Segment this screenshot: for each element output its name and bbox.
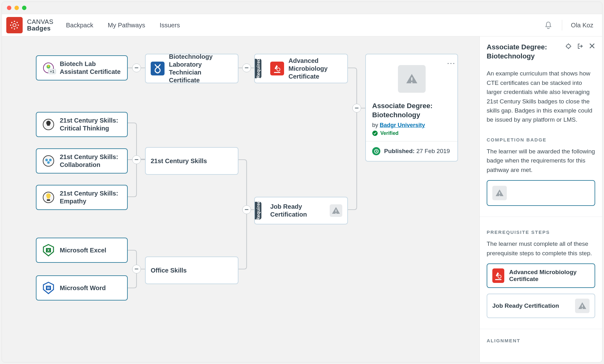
microscope-icon [492, 268, 504, 283]
close-icon [589, 43, 595, 49]
svg-rect-19 [47, 199, 50, 201]
svg-point-10 [48, 65, 49, 67]
verified-label: Verified [380, 130, 399, 136]
verified-badge: Verified [372, 130, 451, 136]
published-date: 27 Feb 2019 [416, 148, 450, 154]
completion-badge-heading: COMPLETION BADGE [487, 137, 595, 142]
node-21st-century-skills[interactable]: 21st Century Skills [145, 147, 238, 175]
notifications-button[interactable] [544, 20, 553, 30]
target-icon [565, 43, 572, 50]
required-tag: Required [255, 59, 261, 78]
badge-icon [42, 190, 55, 204]
vertical-divider [562, 20, 562, 30]
node-microsoft-excel[interactable]: X Microsoft Excel [36, 238, 128, 263]
svg-point-4 [18, 25, 19, 26]
node-label: Microsoft Word [60, 284, 106, 292]
svg-point-28 [498, 275, 501, 278]
node-biotech-technician[interactable]: Biotechnology Laboratory Technician Cert… [145, 54, 238, 83]
node-label: Office Skills [151, 267, 187, 274]
svg-point-14 [43, 156, 54, 166]
warning-icon [575, 299, 590, 313]
node-advanced-microbiology[interactable]: Required Advanced Microbiology Certifica… [254, 54, 348, 83]
svg-text:X: X [47, 248, 50, 252]
main-nav: Backpack My Pathways Issuers [66, 22, 180, 29]
prerequisite-text: The learner must complete all of these p… [487, 239, 595, 258]
published-label: Published: [384, 148, 415, 154]
pathway-issuer-link[interactable]: Badgr University [380, 122, 425, 128]
nav-my-pathways[interactable]: My Pathways [108, 22, 145, 29]
node-label: 21st Century Skills: Critical Thinking [60, 117, 122, 132]
maximize-window-dot[interactable] [22, 6, 26, 10]
pathway-summary-card[interactable]: ⋮ Associate Degree: Biotechnology by Bad… [365, 54, 458, 162]
svg-point-1 [14, 21, 15, 22]
extra-badge-count: +1 [48, 69, 56, 74]
nav-issuers[interactable]: Issuers [159, 22, 180, 29]
collapse-toggle[interactable]: − [132, 265, 141, 273]
brand-line1: CANVAS [27, 19, 53, 25]
pathway-canvas[interactable]: − − − − − − +1 Biotech Lab Assistant Cer… [2, 36, 479, 362]
prerequisite-heading: PREREQUISITE STEPS [487, 229, 595, 235]
panel-description: An example curriculum that shows how CTE… [487, 69, 595, 124]
node-critical-thinking[interactable]: 21st Century Skills: Critical Thinking [36, 112, 128, 137]
minimize-window-dot[interactable] [14, 6, 19, 10]
pathway-by-prefix: by [372, 122, 380, 128]
locate-button[interactable] [565, 43, 572, 51]
node-label: 21st Century Skills: Empathy [60, 190, 122, 205]
prereq-card-advanced-microbiology[interactable]: Advanced Microbiology Certificate [487, 263, 595, 288]
node-label: Microsoft Excel [60, 246, 106, 254]
top-bar-right: Ola Koz [544, 20, 593, 30]
badge-icon: X [42, 243, 55, 257]
node-microsoft-word[interactable]: W Microsoft Word [36, 275, 128, 301]
user-menu[interactable]: Ola Koz [571, 22, 593, 29]
close-panel-button[interactable] [589, 43, 595, 51]
bell-icon [545, 21, 552, 29]
svg-point-2 [14, 28, 15, 30]
brand[interactable]: CANVAS Badges [6, 17, 53, 33]
details-panel: Associate Degree: Biotechnology An examp… [479, 36, 602, 362]
svg-point-26 [567, 44, 570, 48]
collapse-toggle[interactable]: − [352, 104, 361, 113]
required-tag: Required [255, 202, 261, 219]
svg-point-8 [17, 27, 18, 29]
completion-badge-card[interactable] [487, 180, 595, 206]
svg-point-0 [13, 24, 16, 27]
collapse-toggle[interactable]: − [132, 63, 141, 72]
svg-point-12 [277, 68, 280, 71]
warning-icon [492, 186, 507, 200]
exit-icon [577, 43, 584, 50]
microscope-icon [270, 62, 284, 75]
app-window: CANVAS Badges Backpack My Pathways Issue… [2, 2, 602, 362]
prereq-card-job-ready[interactable]: Job Ready Certification [487, 294, 595, 318]
svg-point-6 [17, 22, 18, 23]
pathway-published: Published: 27 Feb 2019 [366, 141, 457, 161]
more-menu-button[interactable]: ⋮ [450, 59, 452, 68]
nav-backpack[interactable]: Backpack [66, 22, 93, 29]
node-collaboration[interactable]: 21st Century Skills: Collaboration [36, 148, 128, 174]
node-office-skills[interactable]: Office Skills [145, 256, 238, 284]
node-label: Advanced Microbiology Certificate [288, 57, 342, 80]
prereq-label: Job Ready Certification [492, 302, 559, 309]
brand-line2: Badges [27, 25, 53, 32]
top-bar: CANVAS Badges Backpack My Pathways Issue… [2, 14, 602, 36]
pathway-badge-placeholder-icon [398, 65, 426, 93]
alignment-heading: ALIGNMENT [487, 338, 595, 343]
prereq-label: Advanced Microbiology Certificate [509, 269, 590, 283]
open-external-button[interactable] [577, 43, 584, 51]
svg-text:W: W [47, 286, 50, 290]
warning-icon [330, 204, 342, 217]
badge-icon: +1 [42, 61, 55, 75]
svg-point-17 [47, 161, 50, 164]
collapse-toggle[interactable]: − [242, 205, 251, 214]
node-biotech-assistant[interactable]: +1 Biotech Lab Assistant Certificate [36, 55, 128, 80]
collapse-toggle[interactable]: − [132, 155, 141, 164]
node-label: Biotechnology Laboratory Technician Cert… [169, 53, 233, 84]
svg-point-15 [45, 159, 48, 161]
node-label: 21st Century Skills: Collaboration [60, 153, 122, 169]
close-window-dot[interactable] [7, 6, 11, 10]
badge-icon [151, 62, 165, 75]
collapse-toggle[interactable]: − [242, 63, 251, 72]
svg-point-3 [10, 25, 11, 26]
node-label: Biotech Lab Assistant Certificate [60, 60, 122, 76]
node-job-ready-certification[interactable]: Required Job Ready Certification [254, 197, 348, 224]
node-empathy[interactable]: 21st Century Skills: Empathy [36, 185, 128, 210]
